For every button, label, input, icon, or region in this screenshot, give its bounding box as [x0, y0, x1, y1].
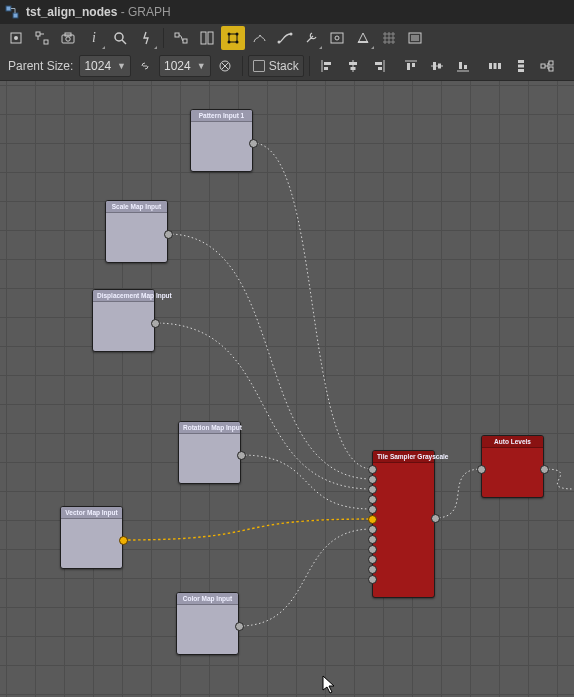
reset-zoom-icon[interactable] [30, 26, 54, 50]
svg-rect-1 [13, 13, 18, 18]
timing-icon[interactable] [247, 26, 271, 50]
svg-rect-5 [44, 40, 48, 44]
svg-point-9 [115, 33, 123, 41]
input-port[interactable] [368, 495, 377, 504]
align-bottom-icon[interactable] [451, 54, 475, 78]
settings-icon[interactable] [325, 26, 349, 50]
highlight-icon[interactable] [134, 26, 158, 50]
svg-rect-40 [518, 60, 524, 63]
titlebar: tst_align_nodes - GRAPH [0, 0, 574, 24]
svg-rect-27 [349, 62, 357, 65]
input-port[interactable] [368, 505, 377, 514]
svg-rect-32 [412, 63, 415, 67]
snapshot-icon[interactable] [56, 26, 80, 50]
svg-rect-25 [324, 62, 331, 65]
svg-rect-12 [201, 32, 206, 44]
input-port[interactable] [368, 465, 377, 474]
svg-rect-26 [324, 67, 328, 70]
node-scale[interactable]: Scale Map Input [105, 200, 168, 263]
node-color[interactable]: Color Map Input [176, 592, 239, 655]
align-left-icon[interactable] [315, 54, 339, 78]
toolbar-row-2: Parent Size: 1024▼ 1024▼ Stack [0, 52, 574, 80]
input-port[interactable] [368, 575, 377, 584]
node-rotation[interactable]: Rotation Map Input [178, 421, 241, 484]
svg-point-18 [278, 41, 281, 44]
svg-rect-28 [350, 67, 355, 70]
node-vector[interactable]: Vector Map Input [60, 506, 123, 569]
parent-size-label: Parent Size: [8, 59, 73, 73]
parent-size-2-dropdown[interactable]: 1024▼ [159, 55, 211, 77]
list-icon[interactable] [403, 26, 427, 50]
graph-icon [4, 4, 20, 20]
distribute-h-icon[interactable] [483, 54, 507, 78]
svg-rect-44 [549, 61, 553, 65]
arrange-icon[interactable] [535, 54, 559, 78]
svg-rect-39 [498, 63, 501, 69]
svg-rect-42 [518, 69, 524, 72]
output-port[interactable] [237, 451, 246, 460]
align-nodes-icon[interactable] [221, 26, 245, 50]
svg-rect-45 [549, 67, 553, 71]
node-title: Tile Sampler Grayscale [373, 451, 434, 463]
node-title: Color Map Input [177, 593, 238, 605]
input-port[interactable] [368, 475, 377, 484]
node-pattern[interactable]: Pattern Input 1 [190, 109, 253, 172]
output-port[interactable] [235, 622, 244, 631]
svg-rect-41 [518, 65, 524, 68]
show-extents-icon[interactable] [4, 26, 28, 50]
tools-icon[interactable] [299, 26, 323, 50]
input-port[interactable] [368, 555, 377, 564]
svg-rect-22 [358, 41, 368, 43]
portal-icon[interactable] [195, 26, 219, 50]
link-nodes-icon[interactable] [169, 26, 193, 50]
align-vcenter-icon[interactable] [425, 54, 449, 78]
node-tile[interactable]: Tile Sampler Grayscale [372, 450, 435, 598]
chevron-down-icon: ▼ [197, 61, 206, 71]
output-port[interactable] [431, 514, 440, 523]
node-title: Auto Levels [482, 436, 543, 448]
distribute-v-icon[interactable] [509, 54, 533, 78]
svg-rect-43 [541, 64, 545, 68]
search-icon[interactable] [108, 26, 132, 50]
node-title: Rotation Map Input [179, 422, 240, 434]
stack-toggle[interactable]: Stack [248, 55, 304, 77]
info-icon[interactable]: i [82, 26, 106, 50]
output-port[interactable] [151, 319, 160, 328]
svg-rect-4 [36, 32, 40, 36]
output-port[interactable] [249, 139, 258, 148]
input-port[interactable] [368, 485, 377, 494]
toolbar: i Parent Size: 1024▼ 1024▼ Stack [0, 24, 574, 81]
chevron-down-icon: ▼ [117, 61, 126, 71]
parent-size-dropdown[interactable]: 1024▼ [79, 55, 131, 77]
color-mode-icon[interactable] [351, 26, 375, 50]
reset-size-icon[interactable] [213, 54, 237, 78]
input-port[interactable] [368, 535, 377, 544]
svg-rect-34 [438, 64, 441, 69]
output-port[interactable] [119, 536, 128, 545]
input-port[interactable] [368, 545, 377, 554]
node-title: Displacement Map Input [93, 290, 154, 302]
node-auto[interactable]: Auto Levels [481, 435, 544, 498]
svg-rect-20 [331, 33, 343, 43]
output-port[interactable] [164, 230, 173, 239]
title-suffix: - GRAPH [117, 5, 170, 19]
node-disp[interactable]: Displacement Map Input [92, 289, 155, 352]
svg-point-21 [335, 36, 339, 40]
grid-icon[interactable] [377, 26, 401, 50]
input-port[interactable] [368, 515, 377, 524]
svg-rect-13 [208, 32, 213, 44]
align-top-icon[interactable] [399, 54, 423, 78]
svg-point-19 [290, 33, 293, 36]
graph-canvas[interactable]: Pattern Input 1Scale Map InputDisplaceme… [0, 81, 574, 697]
input-port[interactable] [368, 565, 377, 574]
input-port[interactable] [477, 465, 486, 474]
mouse-cursor [322, 675, 340, 695]
align-right-icon[interactable] [367, 54, 391, 78]
align-hcenter-icon[interactable] [341, 54, 365, 78]
output-port[interactable] [540, 465, 549, 474]
input-port[interactable] [368, 525, 377, 534]
svg-point-3 [14, 36, 18, 40]
svg-rect-36 [464, 65, 467, 69]
curve-link-icon[interactable] [273, 26, 297, 50]
link-size-icon[interactable] [133, 54, 157, 78]
